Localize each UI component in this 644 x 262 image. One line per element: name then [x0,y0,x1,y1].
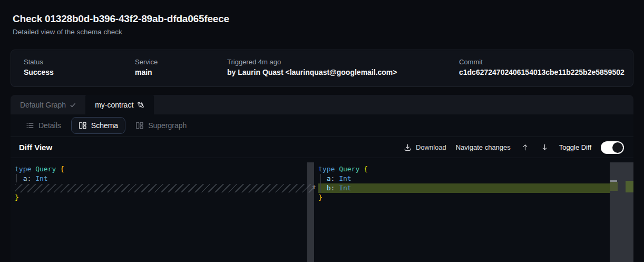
code-line: a: Int [318,174,610,183]
left-pane-scrollbar[interactable] [307,162,314,262]
list-icon [26,121,34,130]
code-line: type Query { [15,164,314,174]
tab-my-contract-label: my-contract [95,101,133,109]
diff-pane-modified[interactable]: type Query { a: Int b: Int} [318,164,610,202]
check-icon [70,102,76,108]
previous-change-button[interactable] [520,143,530,151]
panels-icon [135,121,144,130]
triggered-value: by Laurin Quast <laurinquast@googlemail.… [227,68,397,76]
page-subtitle: Detailed view of the schema check [13,28,122,36]
tab-default-graph[interactable]: Default Graph [11,95,85,114]
commit-label: Commit [459,58,483,66]
next-change-button[interactable] [540,143,550,151]
arrow-down-icon [541,143,549,151]
diff-view-header: Diff View Download Navigate changes Togg… [11,137,633,158]
tab-schema[interactable]: Schema [71,117,125,134]
navigate-changes-label: Navigate changes [456,143,511,151]
tab-supergraph[interactable]: Supergraph [129,118,193,133]
tab-schema-label: Schema [91,121,118,130]
tab-details-label: Details [38,121,61,130]
check-summary-card: Status Success Service main Triggered 4m… [11,50,633,87]
arrow-up-icon [521,143,529,151]
commit-value: c1dc62724702406154013cbe11b225b2e5859502 [459,68,625,76]
status-label: Status [24,58,43,66]
code-line: } [318,193,610,202]
download-icon [404,143,412,151]
diff-spacer-line [15,184,314,192]
check-detail-panel: Default Graph my-contract Details [11,95,633,262]
code-line: } [15,193,314,202]
code-line: b: Int [318,183,610,193]
service-label: Service [135,58,158,66]
tab-my-contract[interactable]: my-contract [85,95,154,114]
diff-editor: type Query { a: Int} type Query { a: Int… [11,158,633,262]
panels-icon [79,121,87,130]
diff-view-title: Diff View [19,143,52,152]
page-title: Check 01328b0d-b396-43f2-89ab-dfda065fee… [13,13,229,25]
added-line-under-scrollbar [610,182,618,191]
indent-guide [320,174,321,192]
graph-tabstrip: Default Graph my-contract [11,95,633,114]
view-tabs: Details Schema Supergraph [11,114,633,137]
status-value: Success [24,68,54,76]
tab-details[interactable]: Details [19,118,68,133]
tab-default-graph-label: Default Graph [20,101,66,109]
toggle-knob [612,142,623,153]
indent-guide [16,174,17,182]
service-value: main [135,68,152,76]
right-pane-scrollbar[interactable] [610,162,633,262]
diff-toolbar: Download Navigate changes Toggle Diff [404,141,624,154]
overview-ruler-added-mark [626,181,633,192]
git-compare-icon [137,101,144,109]
toggle-diff-switch[interactable] [601,141,624,154]
code-line: a: Int [15,174,314,183]
download-button[interactable]: Download [404,143,446,151]
code-line: type Query { [318,164,610,174]
diff-pane-original[interactable]: type Query { a: Int} [15,164,314,202]
download-label: Download [416,143,446,151]
toggle-diff-label: Toggle Diff [559,143,591,151]
tab-supergraph-label: Supergraph [148,121,187,130]
triggered-label: Triggered 4m ago [227,58,281,66]
